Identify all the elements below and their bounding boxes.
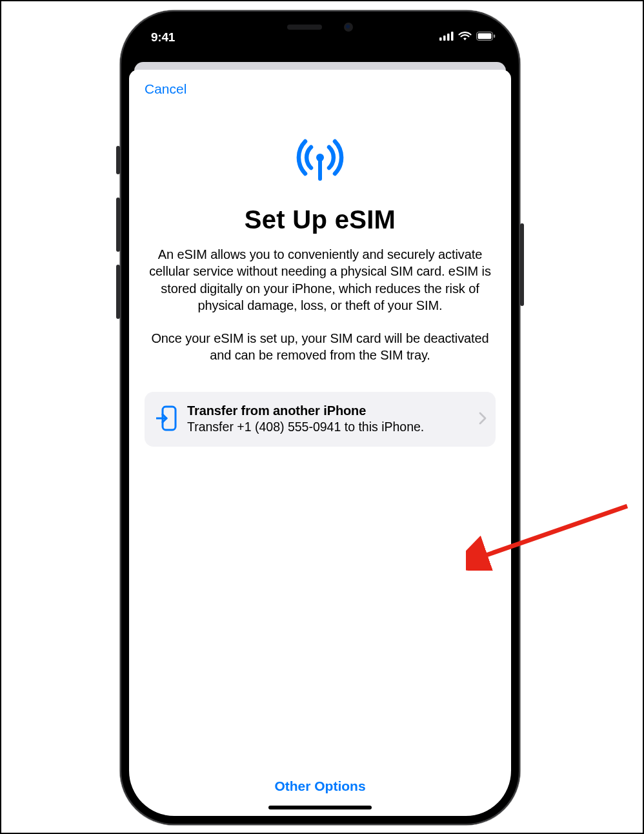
status-icons (439, 32, 496, 43)
cellular-antenna-icon (289, 133, 351, 187)
option-title: Transfer from another iPhone (187, 403, 468, 418)
mute-switch (116, 146, 120, 174)
option-subtitle: Transfer +1 (408) 555-0941 to this iPhon… (187, 419, 468, 434)
page-title: Set Up eSIM (245, 205, 396, 234)
svg-rect-8 (318, 159, 322, 181)
description-paragraph-2: Once your eSIM is set up, your SIM card … (145, 330, 496, 364)
footer: Other Options (129, 778, 511, 816)
transfer-in-icon (156, 405, 177, 434)
svg-rect-5 (478, 34, 492, 39)
cellular-signal-icon (439, 32, 454, 43)
svg-rect-1 (443, 36, 446, 41)
notch (256, 15, 385, 39)
cancel-button[interactable]: Cancel (145, 81, 186, 97)
svg-rect-3 (451, 32, 454, 41)
option-text: Transfer from another iPhone Transfer +1… (187, 403, 468, 434)
wifi-icon (458, 32, 472, 43)
volume-down-button (116, 265, 120, 319)
svg-rect-6 (494, 35, 495, 38)
speaker-grill (287, 25, 322, 30)
content-area: Set Up eSIM An eSIM allows you to conven… (129, 97, 511, 778)
status-time: 9:41 (145, 30, 175, 45)
description-paragraph-1: An eSIM allows you to conveniently and s… (145, 246, 496, 314)
battery-icon (476, 32, 496, 43)
side-button (520, 223, 524, 306)
svg-rect-2 (447, 34, 450, 41)
phone-screen: 9:41 (125, 15, 515, 820)
front-camera (344, 23, 353, 32)
chevron-right-icon (479, 412, 487, 427)
svg-rect-0 (439, 37, 442, 41)
transfer-from-iphone-option[interactable]: Transfer from another iPhone Transfer +1… (145, 392, 496, 446)
nav-bar: Cancel (129, 70, 511, 97)
phone-frame: 9:41 (120, 10, 520, 825)
volume-up-button (116, 198, 120, 252)
home-indicator[interactable] (268, 806, 372, 809)
modal-sheet: Cancel Set Up eSIM (129, 70, 511, 816)
other-options-button[interactable]: Other Options (274, 778, 365, 794)
